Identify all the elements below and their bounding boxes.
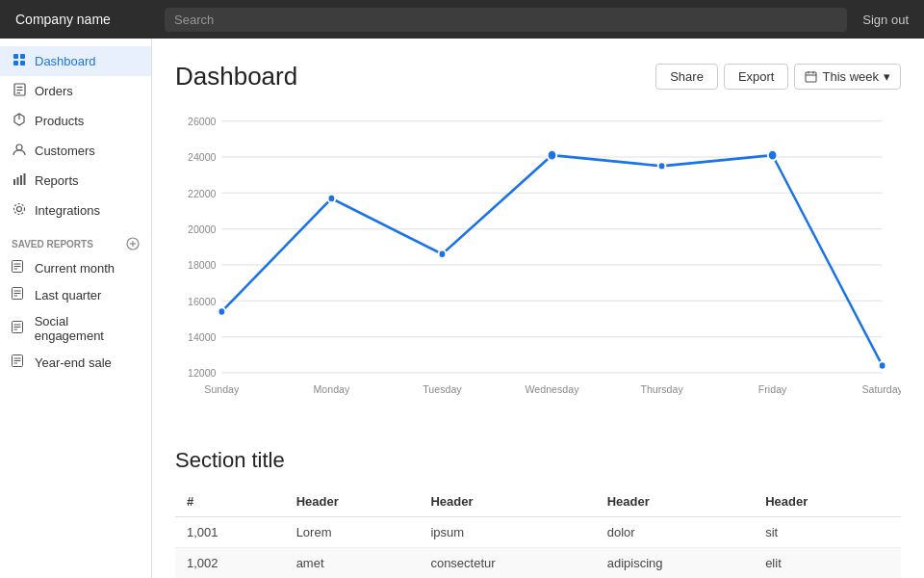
- svg-text:20000: 20000: [188, 223, 217, 235]
- table-row: 1,002ametconsecteturadipiscingelit: [175, 548, 901, 579]
- export-button[interactable]: Export: [724, 64, 789, 90]
- table-cell: ipsum: [419, 517, 595, 548]
- table-col-header3: Header: [596, 486, 754, 517]
- svg-rect-35: [806, 72, 816, 82]
- svg-rect-11: [17, 177, 19, 185]
- table-cell: sit: [754, 517, 901, 548]
- sidebar-item-label: Reports: [35, 173, 79, 188]
- svg-rect-1: [20, 54, 25, 59]
- search-input[interactable]: [165, 8, 847, 32]
- svg-point-64: [439, 250, 447, 259]
- svg-rect-13: [24, 173, 26, 185]
- svg-text:12000: 12000: [188, 367, 217, 380]
- svg-rect-3: [20, 61, 25, 66]
- share-button[interactable]: Share: [655, 64, 718, 90]
- calendar-icon: [805, 70, 817, 83]
- svg-text:Saturday: Saturday: [861, 383, 901, 396]
- report-icon: [12, 355, 27, 370]
- add-report-button[interactable]: [126, 237, 140, 250]
- customers-icon: [12, 143, 27, 159]
- sidebar-report-social-engagement[interactable]: Social engagement: [0, 308, 151, 349]
- table-row: 1,001Loremipsumdolorsit: [175, 517, 901, 548]
- sidebar-item-label: Customers: [35, 144, 95, 158]
- line-chart: 26000 24000 22000 20000 18000 16000 1400…: [175, 111, 901, 419]
- section-title: Section title: [175, 448, 901, 473]
- main-layout: Dashboard Orders Products Customers Repo…: [0, 39, 924, 578]
- sidebar-item-products[interactable]: Products: [0, 106, 151, 136]
- sidebar-item-orders[interactable]: Orders: [0, 76, 151, 106]
- header-actions: Share Export This week ▾: [655, 64, 901, 90]
- table-col-header4: Header: [754, 486, 901, 517]
- topbar: Company name Sign out: [0, 0, 924, 39]
- table-cell: amet: [285, 548, 420, 579]
- data-table: # Header Header Header Header 1,001Lorem…: [175, 486, 901, 578]
- sidebar-item-label: Orders: [35, 84, 73, 98]
- sidebar-item-reports[interactable]: Reports: [0, 166, 151, 196]
- content-header: Dashboard Share Export This week ▾: [175, 62, 901, 92]
- report-icon: [12, 287, 27, 302]
- orders-icon: [12, 83, 27, 99]
- sidebar: Dashboard Orders Products Customers Repo…: [0, 39, 152, 578]
- report-label: Last quarter: [35, 288, 101, 302]
- svg-point-66: [658, 162, 666, 171]
- svg-text:Tuesday: Tuesday: [423, 383, 462, 396]
- signout-button[interactable]: Sign out: [862, 13, 909, 27]
- table-col-header1: Header: [285, 486, 420, 517]
- table-header: # Header Header Header Header: [175, 486, 901, 517]
- report-icon: [12, 321, 27, 336]
- svg-text:14000: 14000: [188, 330, 217, 343]
- svg-point-67: [768, 150, 778, 161]
- svg-point-14: [17, 207, 22, 212]
- company-name: Company name: [15, 12, 165, 27]
- sidebar-item-customers[interactable]: Customers: [0, 136, 151, 166]
- svg-rect-10: [13, 179, 15, 185]
- svg-text:Friday: Friday: [758, 383, 787, 396]
- table-cell: Lorem: [285, 517, 420, 548]
- table-cell: dolor: [596, 517, 754, 548]
- svg-point-15: [14, 204, 25, 215]
- chart-container: 26000 24000 22000 20000 18000 16000 1400…: [175, 111, 901, 419]
- svg-point-9: [16, 144, 22, 150]
- sidebar-item-label: Integrations: [35, 203, 100, 218]
- saved-reports-section: Saved Reports: [0, 225, 151, 254]
- sidebar-report-current-month[interactable]: Current month: [0, 254, 151, 281]
- table-body: 1,001Loremipsumdolorsit1,002ametconsecte…: [175, 517, 901, 579]
- report-label: Social engagement: [35, 314, 140, 343]
- integrations-icon: [12, 202, 27, 219]
- table-col-header2: Header: [419, 486, 595, 517]
- dashboard-icon: [12, 53, 27, 69]
- sidebar-report-last-quarter[interactable]: Last quarter: [0, 281, 151, 308]
- svg-point-68: [879, 361, 886, 370]
- table-cell: 1,002: [175, 548, 285, 579]
- table-col-number: #: [175, 486, 285, 517]
- svg-text:24000: 24000: [188, 151, 217, 164]
- main-content: Dashboard Share Export This week ▾: [152, 39, 924, 578]
- report-icon: [12, 260, 27, 276]
- report-label: Year-end sale: [35, 355, 112, 370]
- table-cell: adipiscing: [596, 548, 754, 579]
- date-range-button[interactable]: This week ▾: [794, 64, 901, 90]
- svg-point-65: [548, 150, 557, 161]
- svg-rect-2: [13, 61, 18, 66]
- sidebar-item-integrations[interactable]: Integrations: [0, 196, 151, 225]
- table-cell: 1,001: [175, 517, 285, 548]
- sidebar-item-label: Products: [35, 114, 84, 128]
- report-label: Current month: [35, 261, 115, 276]
- svg-text:22000: 22000: [188, 187, 217, 199]
- svg-text:Thursday: Thursday: [640, 383, 683, 396]
- svg-text:18000: 18000: [188, 259, 217, 272]
- sidebar-item-dashboard[interactable]: Dashboard: [0, 46, 151, 76]
- svg-point-62: [218, 307, 225, 316]
- date-range-label: This week: [822, 69, 879, 84]
- page-title: Dashboard: [175, 62, 655, 92]
- svg-text:Sunday: Sunday: [204, 383, 239, 396]
- table-cell: consectetur: [419, 548, 595, 579]
- sidebar-report-year-end-sale[interactable]: Year-end sale: [0, 349, 151, 376]
- svg-rect-0: [13, 54, 18, 59]
- products-icon: [12, 113, 27, 129]
- svg-text:26000: 26000: [188, 115, 217, 127]
- reports-icon: [12, 172, 27, 189]
- svg-rect-12: [20, 175, 22, 185]
- table-cell: elit: [754, 548, 901, 579]
- svg-text:Monday: Monday: [313, 383, 349, 396]
